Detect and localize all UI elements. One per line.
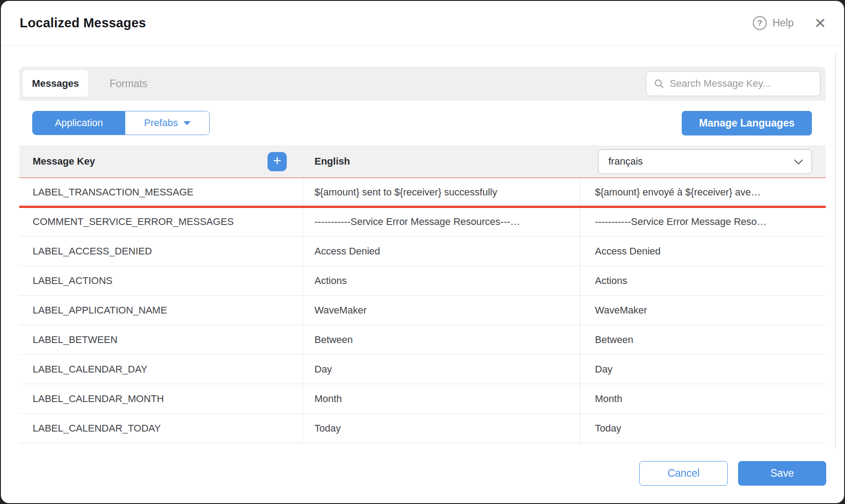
manage-languages-button[interactable]: Manage Languages xyxy=(682,111,812,136)
message-key-cell[interactable]: COMMENT_SERVICE_ERROR_MESSAGES xyxy=(19,207,303,236)
plus-icon: + xyxy=(273,153,281,168)
search-input[interactable] xyxy=(670,78,813,89)
search-icon xyxy=(654,78,664,89)
message-key-cell[interactable]: LABEL_CALENDAR_TODAY xyxy=(19,414,303,443)
language-select[interactable]: français xyxy=(598,149,812,174)
english-cell[interactable]: WaveMaker xyxy=(303,296,580,325)
table-body: LABEL_TRANSACTION_MESSAGE ${amount} sent… xyxy=(19,178,826,443)
help-label: Help xyxy=(773,17,794,29)
table-row[interactable]: LABEL_CALENDAR_DAY Day Day xyxy=(19,355,826,384)
add-message-key-button[interactable]: + xyxy=(268,152,287,171)
message-key-cell[interactable]: LABEL_ACTIONS xyxy=(19,266,303,295)
message-key-header-cell: Message Key + xyxy=(19,152,303,171)
message-key-cell[interactable]: LABEL_CALENDAR_DAY xyxy=(19,355,303,384)
english-cell[interactable]: Month xyxy=(303,384,580,413)
french-cell[interactable]: Actions xyxy=(580,266,826,295)
toolbar-row: Application Prefabs Manage Languages xyxy=(19,101,826,145)
dialog-header: Localized Messages ? Help ✕ xyxy=(1,1,844,46)
english-cell[interactable]: ${amount} sent to ${receiver} successful… xyxy=(303,178,580,207)
english-cell[interactable]: -----------Service Error Message Resourc… xyxy=(303,207,580,236)
prefabs-label: Prefabs xyxy=(144,117,178,129)
dialog-body: Messages Formats Application Prefabs Man… xyxy=(1,46,844,443)
page-title: Localized Messages xyxy=(20,16,753,30)
search-box xyxy=(646,71,820,96)
message-key-cell[interactable]: LABEL_CALENDAR_MONTH xyxy=(19,384,303,413)
chevron-down-icon xyxy=(794,156,803,165)
prefabs-dropdown-button[interactable]: Prefabs xyxy=(125,111,209,135)
english-cell[interactable]: Access Denied xyxy=(303,237,580,266)
table-row[interactable]: LABEL_TRANSACTION_MESSAGE ${amount} sent… xyxy=(19,178,826,207)
close-button[interactable]: ✕ xyxy=(814,16,826,30)
save-button[interactable]: Save xyxy=(738,461,826,486)
localized-messages-dialog: Localized Messages ? Help ✕ Messages For… xyxy=(1,1,844,503)
message-key-cell[interactable]: LABEL_APPLICATION_NAME xyxy=(19,296,303,325)
scope-segmented-control: Application Prefabs xyxy=(32,111,210,135)
table-row[interactable]: LABEL_CALENDAR_MONTH Month Month xyxy=(19,384,826,414)
french-cell[interactable]: Between xyxy=(580,325,826,354)
table-row[interactable]: COMMENT_SERVICE_ERROR_MESSAGES ---------… xyxy=(19,207,826,237)
help-button[interactable]: ? Help xyxy=(753,16,794,30)
english-cell[interactable]: Day xyxy=(303,355,580,384)
scrollbar-track[interactable] xyxy=(835,52,836,449)
french-cell[interactable]: ${amount} envoyé à ${receiver} ave… xyxy=(580,178,826,207)
table-row[interactable]: LABEL_ACTIONS Actions Actions xyxy=(19,266,826,296)
english-cell[interactable]: Actions xyxy=(303,266,580,295)
table-row[interactable]: LABEL_APPLICATION_NAME WaveMaker WaveMak… xyxy=(19,296,826,325)
french-cell[interactable]: Today xyxy=(580,414,826,443)
french-cell[interactable]: Day xyxy=(580,355,826,384)
dialog-footer: Cancel Save xyxy=(1,443,844,503)
message-key-header-label: Message Key xyxy=(33,156,95,167)
tab-messages[interactable]: Messages xyxy=(23,70,88,97)
application-button[interactable]: Application xyxy=(33,111,125,135)
message-key-cell[interactable]: LABEL_BETWEEN xyxy=(19,325,303,354)
french-cell[interactable]: WaveMaker xyxy=(580,296,826,325)
table-row[interactable]: LABEL_ACCESS_DENIED Access Denied Access… xyxy=(19,237,826,266)
language-select-value: français xyxy=(608,156,643,167)
close-icon: ✕ xyxy=(814,15,826,31)
english-header-cell: English xyxy=(303,156,580,167)
language-header-cell: français xyxy=(580,149,826,174)
cancel-button[interactable]: Cancel xyxy=(639,461,728,486)
table-row[interactable]: LABEL_BETWEEN Between Between xyxy=(19,325,826,355)
caret-down-icon xyxy=(183,121,191,125)
table-row[interactable]: LABEL_CALENDAR_TODAY Today Today xyxy=(19,414,826,443)
message-key-cell[interactable]: LABEL_TRANSACTION_MESSAGE xyxy=(19,178,303,207)
english-cell[interactable]: Between xyxy=(303,325,580,354)
tab-strip: Messages Formats xyxy=(19,67,826,101)
english-cell[interactable]: Today xyxy=(303,414,580,443)
table-header: Message Key + English français xyxy=(19,145,826,178)
french-cell[interactable]: Month xyxy=(580,384,826,413)
tab-formats[interactable]: Formats xyxy=(110,78,147,90)
help-icon: ? xyxy=(753,16,767,30)
french-cell[interactable]: Access Denied xyxy=(580,237,826,266)
french-cell[interactable]: -----------Service Error Message Reso… xyxy=(580,207,826,236)
message-key-cell[interactable]: LABEL_ACCESS_DENIED xyxy=(19,237,303,266)
